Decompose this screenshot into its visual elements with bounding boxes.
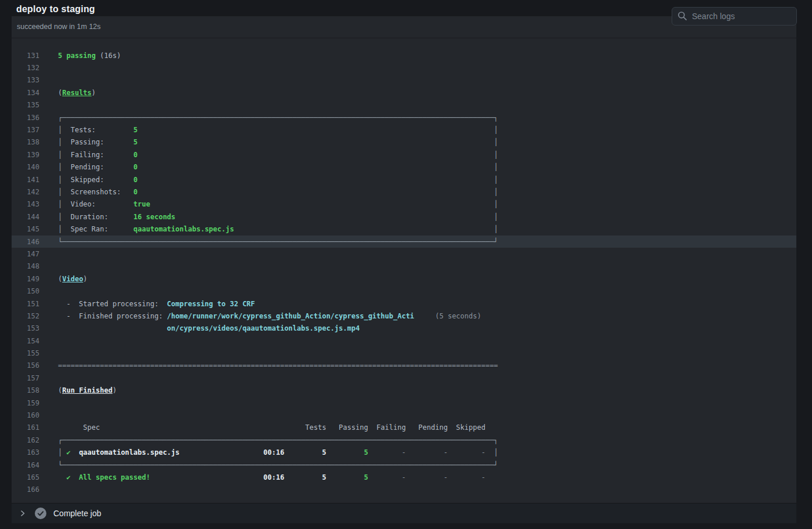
log-line: 150 — [12, 285, 796, 297]
log-line: 134(Results) — [12, 86, 796, 99]
log-line: 132 — [12, 61, 796, 74]
log-line: 155 — [12, 347, 796, 359]
log-line-content: ┌───────────────────────────────────────… — [58, 114, 498, 122]
log-line-number[interactable]: 143 — [12, 200, 39, 208]
log-line-number[interactable]: 144 — [12, 213, 39, 221]
log-line: 139│ Failing: 0 │ — [12, 148, 796, 161]
log-line-number[interactable]: 159 — [12, 399, 39, 407]
job-title: deploy to staging — [16, 4, 95, 15]
log-line: 141│ Skipped: 0 │ — [12, 173, 796, 186]
log-line: 135 — [12, 99, 796, 111]
log-line: 137│ Tests: 5 │ — [12, 124, 796, 136]
log-line-content: (Results) — [58, 89, 96, 97]
log-line: 140│ Pending: 0 │ — [12, 161, 796, 173]
log-panel: succeeded now in 1m 12s 1315 passing (16… — [12, 16, 796, 523]
log-line-number[interactable]: 149 — [12, 275, 39, 283]
log-line-content: - Started processing: Compressing to 32 … — [58, 300, 255, 308]
log-line-content: ✔ All specs passed! 00:16 5 5 - - - — [58, 473, 485, 481]
step-row-complete-job[interactable]: Complete job — [12, 503, 796, 523]
log-line-number[interactable]: 150 — [12, 287, 39, 295]
log-line-number[interactable]: 140 — [12, 163, 39, 171]
chevron-right-icon[interactable] — [19, 510, 26, 517]
log-line-content: (Video) — [58, 275, 88, 283]
log-line-content: │ Pending: 0 │ — [58, 163, 498, 171]
log-line-number[interactable]: 138 — [12, 138, 39, 146]
search-logs-input[interactable] — [672, 7, 797, 26]
log-line: 164└────────────────────────────────────… — [12, 459, 796, 471]
log-line-number[interactable]: 158 — [12, 386, 39, 394]
log-line-number[interactable]: 132 — [12, 64, 39, 72]
log-line-number[interactable]: 163 — [12, 448, 39, 456]
log-line-number[interactable]: 162 — [12, 436, 39, 444]
log-line-number[interactable]: 135 — [12, 101, 39, 109]
log-line-content: on/cypress/videos/qaautomationlabs.spec.… — [58, 324, 360, 332]
log-line-number[interactable]: 146 — [12, 238, 39, 246]
log-line: 160 — [12, 409, 796, 421]
log-line: 149(Video) — [12, 273, 796, 285]
log-line-number[interactable]: 151 — [12, 300, 39, 308]
log-line: 133 — [12, 74, 796, 86]
log-line: 159 — [12, 397, 796, 409]
log-line-number[interactable]: 141 — [12, 176, 39, 184]
log-line-number[interactable]: 165 — [12, 473, 39, 481]
log-line-content: │ Tests: 5 │ — [58, 126, 498, 134]
log-line-content: 5 passing (16s) — [58, 52, 121, 60]
log-line-number[interactable]: 152 — [12, 312, 39, 320]
log-line-number[interactable]: 160 — [12, 411, 39, 419]
log-line: 146└────────────────────────────────────… — [12, 235, 796, 248]
log-line-number[interactable]: 148 — [12, 262, 39, 270]
log-line-number[interactable]: 154 — [12, 337, 39, 345]
log-line-content: │ Spec Ran: qaautomationlabs.spec.js │ — [58, 225, 498, 233]
log-line: 161 Spec Tests Passing Failing Pending S… — [12, 422, 796, 434]
log-line: 157 — [12, 372, 796, 384]
log-line-content: │ ✔ qaautomationlabs.spec.js 00:16 5 5 -… — [58, 448, 498, 456]
log-line-number[interactable]: 131 — [12, 52, 39, 60]
log-line-content: │ Failing: 0 │ — [58, 151, 498, 159]
log-line-content: └───────────────────────────────────────… — [58, 238, 498, 246]
log-line: 136┌────────────────────────────────────… — [12, 111, 796, 124]
log-line: 165 ✔ All specs passed! 00:16 5 5 - - - — [12, 471, 796, 483]
log-line-number[interactable]: 133 — [12, 76, 39, 84]
log-line-content: - Finished processing: /home/runner/work… — [58, 312, 481, 320]
log-line: 142│ Screenshots: 0 │ — [12, 186, 796, 198]
log-line-number[interactable]: 155 — [12, 349, 39, 357]
log-line: 166 — [12, 484, 796, 496]
log-line-number[interactable]: 164 — [12, 461, 39, 469]
log-line: 151 - Started processing: Compressing to… — [12, 298, 796, 310]
log-line: 144│ Duration: 16 seconds │ — [12, 211, 796, 223]
log-line-number[interactable]: 137 — [12, 126, 39, 134]
log-line: 152 - Finished processing: /home/runner/… — [12, 310, 796, 322]
log-line-number[interactable]: 147 — [12, 250, 39, 258]
log-line-number[interactable]: 139 — [12, 151, 39, 159]
log-line-number[interactable]: 161 — [12, 423, 39, 432]
log-line-content: │ Video: true │ — [58, 200, 498, 208]
log-line: 163│ ✔ qaautomationlabs.spec.js 00:16 5 … — [12, 447, 796, 459]
log-line-number[interactable]: 142 — [12, 188, 39, 196]
log-line-number[interactable]: 134 — [12, 89, 39, 97]
log-search — [672, 7, 797, 26]
log-line-content: │ Passing: 5 │ — [58, 138, 498, 146]
log-line: 1315 passing (16s) — [12, 49, 796, 61]
log-line-number[interactable]: 166 — [12, 485, 39, 494]
log-line-number[interactable]: 156 — [12, 361, 39, 369]
log-line-content: (Run Finished) — [58, 386, 117, 394]
job-status-text: succeeded now in 1m 12s — [17, 23, 101, 31]
log-line: 162┌────────────────────────────────────… — [12, 434, 796, 446]
log-line-content: │ Skipped: 0 │ — [58, 176, 498, 184]
log-line-number[interactable]: 153 — [12, 324, 39, 332]
log-line-number[interactable]: 145 — [12, 225, 39, 233]
log-line-number[interactable]: 136 — [12, 114, 39, 122]
log-line: 138│ Passing: 5 │ — [12, 136, 796, 148]
log-line-content: ┌───────────────────────────────────────… — [58, 436, 498, 444]
log-line: 145│ Spec Ran: qaautomationlabs.spec.js … — [12, 223, 796, 235]
step-success-icon — [35, 508, 46, 519]
log-line: 156=====================================… — [12, 360, 796, 372]
log-line-content: ========================================… — [58, 361, 498, 369]
log-line-content: │ Screenshots: 0 │ — [58, 188, 498, 196]
log-line: 158(Run Finished) — [12, 385, 796, 397]
step-label: Complete job — [53, 509, 102, 518]
log-line-content: └───────────────────────────────────────… — [58, 461, 498, 469]
log-line-number[interactable]: 157 — [12, 374, 39, 382]
search-icon — [677, 11, 687, 21]
log-line-content: │ Duration: 16 seconds │ — [58, 213, 498, 221]
